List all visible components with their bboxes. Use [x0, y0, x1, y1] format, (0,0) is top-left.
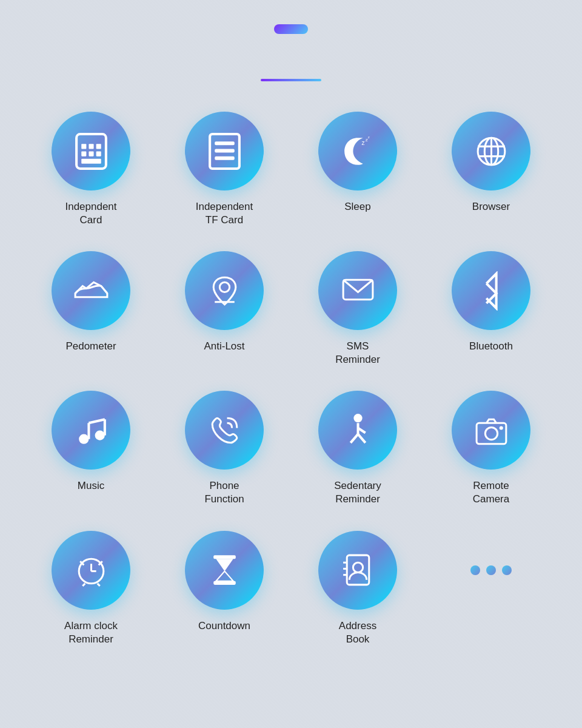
- bluetooth-label: Bluetooth: [469, 340, 513, 353]
- sleep-circle: zzz: [318, 112, 397, 190]
- sedentary-label: SedentaryReminder: [334, 479, 381, 506]
- svg-point-28: [353, 414, 362, 422]
- feature-music: Music: [30, 391, 152, 506]
- more-dots: [470, 531, 512, 610]
- sim-card-circle: [52, 112, 130, 190]
- svg-point-30: [485, 427, 497, 439]
- sedentary-circle: [318, 391, 397, 470]
- svg-rect-2: [89, 144, 93, 149]
- bluetooth-circle: [452, 251, 530, 330]
- svg-rect-4: [81, 151, 86, 156]
- dot-2: [486, 565, 496, 575]
- divider: [261, 79, 321, 81]
- pedometer-label: Pedometer: [65, 340, 116, 353]
- feature-more: [430, 531, 552, 646]
- svg-rect-39: [347, 555, 369, 585]
- phone-label: PhoneFunction: [204, 479, 244, 506]
- feature-phone: PhoneFunction: [164, 391, 285, 506]
- address-circle: [318, 531, 397, 610]
- address-label: AddressBook: [339, 619, 376, 646]
- anti-lost-label: Anti-Lost: [204, 340, 244, 353]
- svg-rect-1: [81, 144, 86, 149]
- svg-rect-6: [96, 151, 101, 156]
- svg-rect-29: [477, 423, 506, 444]
- features-grid: IndepndentCard IndependentTF Card zzz Sl…: [30, 112, 552, 646]
- svg-rect-5: [89, 151, 93, 156]
- tf-card-circle: [185, 112, 264, 190]
- feature-countdown: Countdown: [164, 531, 285, 646]
- countdown-label: Countdown: [198, 619, 250, 633]
- feature-alarm: Alarm clockReminder: [30, 531, 152, 646]
- browser-circle: [452, 112, 530, 190]
- svg-point-31: [499, 426, 503, 430]
- svg-rect-10: [215, 149, 235, 152]
- svg-rect-11: [215, 156, 235, 160]
- feature-camera: RemoteCamera: [430, 391, 552, 506]
- badge: [274, 24, 308, 34]
- svg-text:z: z: [367, 135, 369, 139]
- countdown-circle: [185, 531, 264, 610]
- sim-card-label: IndepndentCard: [65, 200, 116, 227]
- svg-point-24: [95, 430, 104, 440]
- svg-rect-37: [213, 555, 236, 559]
- music-circle: [52, 391, 130, 470]
- svg-point-20: [219, 282, 229, 292]
- browser-label: Browser: [472, 200, 510, 214]
- feature-sms: SMSReminder: [297, 251, 418, 366]
- feature-address: AddressBook: [297, 531, 418, 646]
- music-label: Music: [78, 479, 104, 493]
- feature-browser: Browser: [430, 112, 552, 227]
- svg-point-40: [353, 562, 363, 572]
- svg-point-23: [79, 434, 89, 443]
- svg-rect-3: [96, 144, 101, 149]
- dot-3: [502, 565, 512, 575]
- tf-card-label: IndependentTF Card: [196, 200, 253, 227]
- svg-rect-7: [81, 158, 101, 163]
- svg-line-27: [89, 419, 104, 423]
- feature-sleep: zzz Sleep: [297, 112, 418, 227]
- camera-circle: [452, 391, 530, 470]
- feature-pedometer: Pedometer: [30, 251, 152, 366]
- feature-sedentary: SedentaryReminder: [297, 391, 418, 506]
- camera-label: RemoteCamera: [473, 479, 509, 506]
- svg-rect-9: [215, 141, 235, 145]
- alarm-label: Alarm clockReminder: [64, 619, 118, 646]
- anti-lost-circle: [185, 251, 264, 330]
- alarm-circle: [52, 531, 130, 610]
- sms-circle: [318, 251, 397, 330]
- feature-anti-lost: Anti-Lost: [164, 251, 285, 366]
- feature-bluetooth: Bluetooth: [430, 251, 552, 366]
- feature-tf-card: IndependentTF Card: [164, 112, 285, 227]
- pedometer-circle: [52, 251, 130, 330]
- feature-sim-card: IndepndentCard: [30, 112, 152, 227]
- sms-label: SMSReminder: [335, 340, 380, 366]
- sleep-label: Sleep: [344, 200, 370, 214]
- phone-circle: [185, 391, 264, 470]
- svg-text:z: z: [361, 140, 364, 146]
- dot-1: [470, 565, 480, 575]
